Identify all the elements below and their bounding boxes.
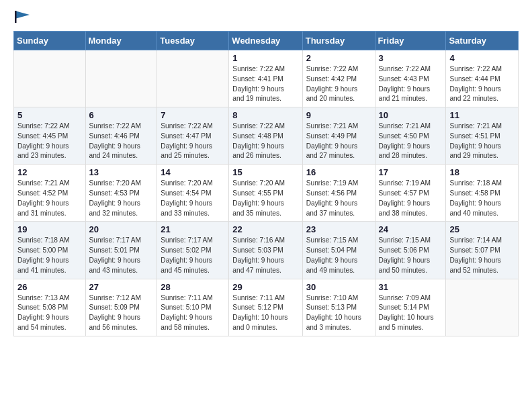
calendar-table: SundayMondayTuesdayWednesdayThursdayFrid…	[13, 31, 519, 336]
day-info: Sunrise: 7:21 AM Sunset: 4:50 PM Dayligh…	[379, 122, 443, 161]
calendar-cell: 26Sunrise: 7:13 AM Sunset: 5:08 PM Dayli…	[14, 279, 86, 336]
day-info: Sunrise: 7:14 AM Sunset: 5:07 PM Dayligh…	[449, 236, 515, 275]
week-row-2: 5Sunrise: 7:22 AM Sunset: 4:45 PM Daylig…	[14, 107, 519, 165]
calendar-cell	[85, 50, 157, 107]
calendar-cell: 22Sunrise: 7:16 AM Sunset: 5:03 PM Dayli…	[229, 222, 302, 279]
day-info: Sunrise: 7:18 AM Sunset: 4:58 PM Dayligh…	[449, 179, 515, 218]
day-number: 23	[306, 224, 371, 234]
calendar-cell: 6Sunrise: 7:22 AM Sunset: 4:46 PM Daylig…	[85, 107, 157, 165]
day-info: Sunrise: 7:20 AM Sunset: 4:55 PM Dayligh…	[232, 179, 298, 218]
day-number: 10	[379, 110, 443, 120]
day-number: 24	[379, 224, 443, 234]
calendar-cell: 3Sunrise: 7:22 AM Sunset: 4:43 PM Daylig…	[375, 50, 446, 107]
day-number: 17	[379, 167, 443, 177]
day-number: 18	[449, 167, 515, 177]
day-info: Sunrise: 7:16 AM Sunset: 5:03 PM Dayligh…	[232, 236, 298, 275]
day-number: 22	[232, 224, 298, 234]
day-number: 3	[379, 53, 443, 63]
day-info: Sunrise: 7:13 AM Sunset: 5:08 PM Dayligh…	[17, 293, 82, 333]
weekday-header-tuesday: Tuesday	[157, 32, 229, 50]
day-number: 30	[306, 282, 371, 292]
calendar-cell: 1Sunrise: 7:22 AM Sunset: 4:41 PM Daylig…	[229, 50, 302, 107]
week-row-5: 26Sunrise: 7:13 AM Sunset: 5:08 PM Dayli…	[14, 279, 519, 336]
day-number: 29	[232, 282, 298, 292]
calendar-cell: 4Sunrise: 7:22 AM Sunset: 4:44 PM Daylig…	[446, 50, 519, 107]
calendar-cell: 13Sunrise: 7:20 AM Sunset: 4:53 PM Dayli…	[85, 165, 157, 222]
calendar-cell: 14Sunrise: 7:20 AM Sunset: 4:54 PM Dayli…	[157, 165, 229, 222]
calendar-cell: 10Sunrise: 7:21 AM Sunset: 4:50 PM Dayli…	[375, 107, 446, 165]
weekday-header-friday: Friday	[375, 32, 446, 50]
day-number: 13	[89, 167, 154, 177]
day-info: Sunrise: 7:22 AM Sunset: 4:41 PM Dayligh…	[232, 64, 298, 104]
calendar-cell: 28Sunrise: 7:11 AM Sunset: 5:10 PM Dayli…	[157, 279, 229, 336]
day-number: 16	[306, 167, 371, 177]
day-info: Sunrise: 7:17 AM Sunset: 5:01 PM Dayligh…	[89, 236, 154, 275]
day-number: 20	[89, 224, 154, 234]
calendar-cell: 15Sunrise: 7:20 AM Sunset: 4:55 PM Dayli…	[229, 165, 302, 222]
calendar-cell: 8Sunrise: 7:22 AM Sunset: 4:48 PM Daylig…	[229, 107, 302, 165]
calendar-cell: 11Sunrise: 7:21 AM Sunset: 4:51 PM Dayli…	[446, 107, 519, 165]
weekday-header-wednesday: Wednesday	[229, 32, 302, 50]
week-row-1: 1Sunrise: 7:22 AM Sunset: 4:41 PM Daylig…	[14, 50, 519, 107]
day-number: 25	[449, 224, 515, 234]
day-number: 5	[17, 110, 82, 120]
day-info: Sunrise: 7:22 AM Sunset: 4:47 PM Dayligh…	[161, 122, 225, 161]
header	[13, 11, 519, 24]
week-row-3: 12Sunrise: 7:21 AM Sunset: 4:52 PM Dayli…	[14, 165, 519, 222]
day-number: 6	[89, 110, 154, 120]
svg-rect-1	[15, 11, 17, 23]
svg-marker-0	[15, 11, 30, 19]
day-info: Sunrise: 7:22 AM Sunset: 4:48 PM Dayligh…	[232, 122, 298, 161]
calendar-cell: 24Sunrise: 7:15 AM Sunset: 5:06 PM Dayli…	[375, 222, 446, 279]
day-number: 4	[449, 53, 515, 63]
day-info: Sunrise: 7:21 AM Sunset: 4:52 PM Dayligh…	[17, 179, 82, 218]
day-info: Sunrise: 7:12 AM Sunset: 5:09 PM Dayligh…	[89, 293, 154, 333]
calendar-cell: 29Sunrise: 7:11 AM Sunset: 5:12 PM Dayli…	[229, 279, 302, 336]
day-number: 31	[379, 282, 443, 292]
day-info: Sunrise: 7:21 AM Sunset: 4:51 PM Dayligh…	[449, 122, 515, 161]
calendar-cell	[157, 50, 229, 107]
day-info: Sunrise: 7:18 AM Sunset: 5:00 PM Dayligh…	[17, 236, 82, 275]
day-info: Sunrise: 7:19 AM Sunset: 4:57 PM Dayligh…	[379, 179, 443, 218]
calendar-cell: 16Sunrise: 7:19 AM Sunset: 4:56 PM Dayli…	[302, 165, 375, 222]
calendar-cell: 23Sunrise: 7:15 AM Sunset: 5:04 PM Dayli…	[302, 222, 375, 279]
day-number: 14	[161, 167, 225, 177]
calendar-cell: 27Sunrise: 7:12 AM Sunset: 5:09 PM Dayli…	[85, 279, 157, 336]
day-info: Sunrise: 7:11 AM Sunset: 5:10 PM Dayligh…	[161, 293, 225, 333]
day-info: Sunrise: 7:09 AM Sunset: 5:14 PM Dayligh…	[379, 293, 443, 333]
day-info: Sunrise: 7:17 AM Sunset: 5:02 PM Dayligh…	[161, 236, 225, 275]
calendar-cell: 20Sunrise: 7:17 AM Sunset: 5:01 PM Dayli…	[85, 222, 157, 279]
day-info: Sunrise: 7:11 AM Sunset: 5:12 PM Dayligh…	[232, 293, 298, 333]
logo	[13, 11, 30, 24]
logo-flag-icon	[15, 11, 30, 23]
week-row-4: 19Sunrise: 7:18 AM Sunset: 5:00 PM Dayli…	[14, 222, 519, 279]
day-number: 12	[17, 167, 82, 177]
calendar-cell: 2Sunrise: 7:22 AM Sunset: 4:42 PM Daylig…	[302, 50, 375, 107]
day-number: 15	[232, 167, 298, 177]
day-info: Sunrise: 7:20 AM Sunset: 4:54 PM Dayligh…	[161, 179, 225, 218]
calendar-cell	[14, 50, 86, 107]
day-info: Sunrise: 7:10 AM Sunset: 5:13 PM Dayligh…	[306, 293, 371, 333]
day-info: Sunrise: 7:22 AM Sunset: 4:43 PM Dayligh…	[379, 64, 443, 104]
weekday-header-monday: Monday	[85, 32, 157, 50]
day-info: Sunrise: 7:22 AM Sunset: 4:42 PM Dayligh…	[306, 64, 371, 104]
day-number: 28	[161, 282, 225, 292]
calendar-cell: 7Sunrise: 7:22 AM Sunset: 4:47 PM Daylig…	[157, 107, 229, 165]
calendar-cell: 12Sunrise: 7:21 AM Sunset: 4:52 PM Dayli…	[14, 165, 86, 222]
calendar-cell	[446, 279, 519, 336]
day-info: Sunrise: 7:22 AM Sunset: 4:46 PM Dayligh…	[89, 122, 154, 161]
calendar-cell: 5Sunrise: 7:22 AM Sunset: 4:45 PM Daylig…	[14, 107, 86, 165]
weekday-header-sunday: Sunday	[14, 32, 86, 50]
day-number: 21	[161, 224, 225, 234]
calendar-cell: 19Sunrise: 7:18 AM Sunset: 5:00 PM Dayli…	[14, 222, 86, 279]
day-number: 7	[161, 110, 225, 120]
day-number: 19	[17, 224, 82, 234]
day-number: 1	[232, 53, 298, 63]
weekday-header-saturday: Saturday	[446, 32, 519, 50]
calendar-cell: 21Sunrise: 7:17 AM Sunset: 5:02 PM Dayli…	[157, 222, 229, 279]
day-number: 26	[17, 282, 82, 292]
day-info: Sunrise: 7:19 AM Sunset: 4:56 PM Dayligh…	[306, 179, 371, 218]
day-number: 2	[306, 53, 371, 63]
day-info: Sunrise: 7:20 AM Sunset: 4:53 PM Dayligh…	[89, 179, 154, 218]
calendar-cell: 18Sunrise: 7:18 AM Sunset: 4:58 PM Dayli…	[446, 165, 519, 222]
